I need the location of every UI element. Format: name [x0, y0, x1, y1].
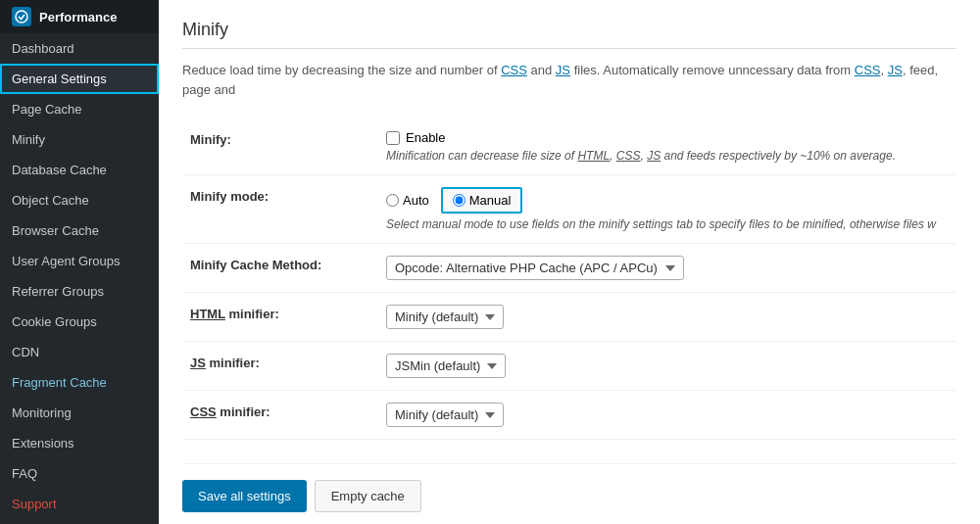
- settings-table: Minify: Enable Minification can decrease…: [182, 119, 956, 440]
- css-link: CSS: [501, 63, 527, 77]
- css-minifier-select[interactable]: Minify (default) None: [386, 403, 504, 427]
- js-link2: JS: [888, 63, 903, 77]
- js-label: JS: [190, 356, 206, 370]
- main-content: Minify Reduce load time by decreasing th…: [159, 0, 980, 524]
- minify-mode-label: Minify mode:: [182, 175, 378, 244]
- minify-mode-field: Auto Manual Select manual mode to use fi…: [378, 175, 956, 244]
- minify-label: Minify:: [182, 119, 378, 175]
- minify-note: Minification can decrease file size of H…: [386, 149, 949, 163]
- sidebar-item-cookie-groups[interactable]: Cookie Groups: [0, 307, 159, 337]
- css-minifier-label: CSS minifier:: [182, 391, 378, 440]
- minify-checkbox-row: Enable: [386, 130, 949, 145]
- radio-auto-label: Auto: [403, 193, 429, 208]
- sidebar-item-support[interactable]: Support: [0, 489, 159, 519]
- minify-mode-row: Minify mode: Auto Manual Select manual m…: [182, 175, 956, 244]
- html-minifier-label: HTML minifier:: [182, 293, 378, 342]
- sidebar-item-browser-cache[interactable]: Browser Cache: [0, 215, 159, 246]
- radio-manual-input[interactable]: [453, 194, 466, 207]
- js-link: JS: [556, 63, 570, 77]
- empty-cache-button[interactable]: Empty cache: [315, 480, 421, 512]
- footer-buttons: Save all settings Empty cache: [182, 463, 956, 512]
- sidebar-item-general-settings[interactable]: General Settings: [0, 64, 159, 94]
- sidebar-item-object-cache[interactable]: Object Cache: [0, 185, 159, 215]
- sidebar-item-dashboard[interactable]: Dashboard: [0, 33, 159, 64]
- sidebar-item-database-cache[interactable]: Database Cache: [0, 155, 159, 185]
- sidebar-item-user-agent-groups[interactable]: User Agent Groups: [0, 246, 159, 276]
- sidebar-item-minify[interactable]: Minify: [0, 124, 159, 155]
- js-minifier-label: JS minifier:: [182, 342, 378, 391]
- sidebar-item-fragment-cache[interactable]: Fragment Cache: [0, 367, 159, 398]
- minify-row: Minify: Enable Minification can decrease…: [182, 119, 956, 175]
- cache-method-select[interactable]: Opcode: Alternative PHP Cache (APC / APC…: [386, 256, 684, 280]
- css-minifier-row: CSS minifier: Minify (default) None: [182, 391, 956, 440]
- radio-manual-label: Manual: [469, 193, 512, 208]
- sidebar: Performance Dashboard General Settings P…: [0, 0, 159, 524]
- html-minifier-select[interactable]: Minify (default) None: [386, 305, 504, 329]
- sidebar-item-page-cache[interactable]: Page Cache: [0, 94, 159, 124]
- radio-auto[interactable]: Auto: [386, 193, 429, 208]
- html-minifier-row: HTML minifier: Minify (default) None: [182, 293, 956, 342]
- description: Reduce load time by decreasing the size …: [182, 61, 956, 99]
- minify-mode-note: Select manual mode to use fields on the …: [386, 217, 949, 231]
- sidebar-item-cdn[interactable]: CDN: [0, 337, 159, 367]
- css-label: CSS: [190, 405, 217, 419]
- cache-method-field: Opcode: Alternative PHP Cache (APC / APC…: [378, 244, 956, 293]
- section-title: Minify: [182, 20, 956, 49]
- radio-auto-input[interactable]: [386, 194, 399, 207]
- js-minifier-field: JSMin (default) Minify None: [378, 342, 956, 391]
- sidebar-item-install[interactable]: Install: [0, 519, 159, 524]
- js-minifier-select[interactable]: JSMin (default) Minify None: [386, 354, 506, 378]
- js-minifier-row: JS minifier: JSMin (default) Minify None: [182, 342, 956, 391]
- minify-mode-radio-group: Auto Manual: [386, 187, 949, 214]
- sidebar-header: Performance: [0, 0, 159, 33]
- sidebar-item-referrer-groups[interactable]: Referrer Groups: [0, 276, 159, 307]
- minify-checkbox[interactable]: [386, 131, 400, 145]
- app-title: Performance: [39, 10, 117, 24]
- minify-enable-label[interactable]: Enable: [406, 130, 445, 145]
- html-label: HTML: [190, 307, 225, 321]
- html-minifier-field: Minify (default) None: [378, 293, 956, 342]
- radio-manual[interactable]: Manual: [441, 187, 523, 214]
- sidebar-item-faq[interactable]: FAQ: [0, 458, 159, 489]
- app-icon: [12, 7, 31, 26]
- save-button[interactable]: Save all settings: [182, 480, 307, 512]
- svg-point-0: [16, 11, 27, 23]
- cache-method-row: Minify Cache Method: Opcode: Alternative…: [182, 244, 956, 293]
- sidebar-item-extensions[interactable]: Extensions: [0, 428, 159, 458]
- cache-method-label: Minify Cache Method:: [182, 244, 378, 293]
- minify-field: Enable Minification can decrease file si…: [378, 119, 956, 175]
- sidebar-item-monitoring[interactable]: Monitoring: [0, 398, 159, 428]
- css-minifier-field: Minify (default) None: [378, 391, 956, 440]
- css-link2: CSS: [855, 63, 881, 77]
